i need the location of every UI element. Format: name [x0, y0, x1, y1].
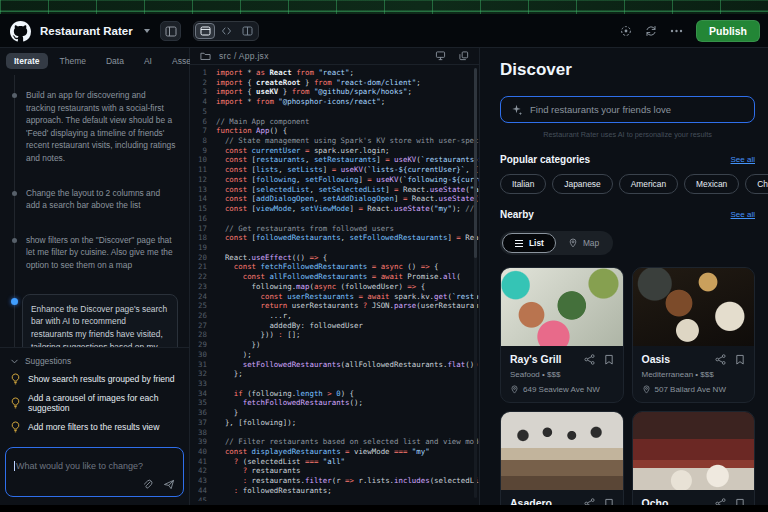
lightbulb-icon — [10, 421, 21, 433]
target-button[interactable] — [620, 25, 632, 37]
chat-input[interactable]: What would you like to change? — [5, 447, 184, 497]
category-chip-italian[interactable]: Italian — [500, 174, 546, 194]
suggestion-item[interactable]: Show search results grouped by friend — [10, 373, 179, 385]
active-prompt-item[interactable]: Enhance the Discover page's search bar w… — [0, 294, 181, 348]
line-content: // Main App component — [216, 117, 309, 127]
scrollbar-thumb[interactable] — [474, 68, 477, 258]
sidebar-toggle-button[interactable] — [160, 21, 181, 41]
code-icon — [221, 26, 232, 36]
code-line: 9 const currentUser = spark.user.login; — [190, 146, 479, 156]
code-line: 19 — [190, 243, 479, 253]
restaurant-card[interactable]: Ocho — [632, 411, 756, 505]
restaurant-photo — [633, 268, 755, 346]
bookmark-icon[interactable] — [735, 498, 745, 506]
bookmark-icon[interactable] — [735, 354, 745, 365]
code-editor-panel: src / App.jsx 1import * as React from "r… — [190, 48, 480, 505]
code-line: 34 if (following.length > 0) { — [190, 389, 479, 399]
prompt-history-item[interactable]: Build an app for discovering and trackin… — [0, 89, 181, 165]
restaurant-address: 507 Ballard Ave NW — [655, 385, 726, 394]
editor-scrollbar[interactable] — [474, 68, 477, 498]
line-content: const [lists, setLists] = useKV(`lists-$… — [216, 165, 479, 175]
category-chip-american[interactable]: American — [619, 174, 678, 194]
send-button[interactable] — [163, 479, 175, 490]
share-icon[interactable] — [715, 498, 726, 506]
prompt-history-item[interactable]: show filters on the "Discover" page that… — [0, 234, 181, 272]
line-content: // Filter restaurants based on selected … — [216, 437, 479, 447]
line-number: 33 — [190, 379, 207, 389]
code-line: 4import * from "@phosphor-icons/react"; — [190, 97, 479, 107]
suggestion-item[interactable]: Add a carousel of images for each sugges… — [10, 393, 179, 413]
location-pin-icon — [642, 385, 651, 394]
share-icon[interactable] — [584, 354, 595, 365]
iteration-sidebar: IterateThemeDataAIAssets Build an app fo… — [0, 48, 190, 505]
search-input[interactable]: Find restaurants your friends love — [500, 96, 755, 123]
bookmark-icon[interactable] — [604, 498, 614, 506]
line-content: }, [following]); — [216, 418, 296, 428]
restaurant-card[interactable]: Ray's Grill Seafood • $$$ 649 Seaview Av… — [500, 267, 624, 403]
category-chip-chinese[interactable]: Chinese — [745, 174, 768, 194]
chevron-down-icon[interactable] — [144, 29, 150, 33]
code-line: 32 }; — [190, 369, 479, 379]
active-request-card: Enhance the Discover page's search bar w… — [22, 294, 178, 348]
prompt-history-item[interactable]: Change the layout to 2 columns and add a… — [0, 187, 181, 212]
line-content: addedBy: followedUser — [216, 321, 363, 331]
sidebar-tab-data[interactable]: Data — [98, 53, 132, 69]
line-number: 22 — [190, 272, 207, 282]
line-number: 35 — [190, 398, 207, 408]
code-view-button[interactable] — [216, 23, 236, 39]
share-icon[interactable] — [715, 354, 726, 365]
attach-button[interactable] — [142, 479, 153, 490]
line-number: 5 — [190, 107, 207, 117]
preview-view-button[interactable] — [195, 23, 215, 39]
suggestions-header[interactable]: Suggestions — [10, 356, 179, 366]
code-line: 38 — [190, 428, 479, 438]
split-view-button[interactable] — [237, 23, 257, 39]
category-chip-mexican[interactable]: Mexican — [684, 174, 739, 194]
line-content: React.useEffect(() => { — [216, 253, 327, 263]
refresh-button[interactable] — [645, 25, 657, 37]
line-number: 34 — [190, 389, 207, 399]
more-options-button[interactable] — [670, 29, 683, 33]
line-number: 8 — [190, 136, 207, 146]
github-logo-icon[interactable] — [10, 21, 31, 42]
line-content: // State management using Spark's KV sto… — [216, 136, 479, 146]
window-bottom-edge — [0, 505, 768, 512]
restaurant-card[interactable]: Oasis Mediterranean • $$$ 507 Ballard Av… — [632, 267, 756, 403]
code-line: 8 // State management using Spark's KV s… — [190, 136, 479, 146]
line-number: 21 — [190, 262, 207, 272]
line-content: ); — [216, 350, 252, 360]
sidebar-tab-iterate[interactable]: Iterate — [6, 53, 48, 69]
download-code-button[interactable] — [435, 51, 446, 61]
code-area[interactable]: 1import * as React from "react";2import … — [190, 65, 479, 501]
sidebar-tab-theme[interactable]: Theme — [52, 53, 94, 69]
category-chip-japanese[interactable]: Japanese — [552, 174, 612, 194]
line-number: 18 — [190, 233, 207, 243]
line-number: 7 — [190, 126, 207, 136]
line-number: 44 — [190, 486, 207, 496]
code-line: 29 }) — [190, 340, 479, 350]
see-all-categories-link[interactable]: See all — [731, 155, 755, 164]
sparkle-icon — [511, 104, 522, 115]
list-view-button[interactable]: List — [502, 233, 556, 253]
map-view-button[interactable]: Map — [556, 233, 611, 253]
suggestion-item[interactable]: Add more filters to the results view — [10, 421, 179, 433]
send-icon — [163, 479, 175, 490]
sidebar-tab-ai[interactable]: AI — [136, 53, 160, 69]
bookmark-icon[interactable] — [604, 354, 614, 365]
line-content: // Get restaurants from followed users — [216, 224, 394, 234]
share-icon[interactable] — [584, 498, 595, 506]
line-content: const [restaurants, setRestaurants] = us… — [216, 155, 479, 165]
code-line: 23 following.map(async (followedUser) =>… — [190, 282, 479, 292]
code-line: 10 const [restaurants, setRestaurants] =… — [190, 155, 479, 165]
publish-button[interactable]: Publish — [696, 20, 760, 42]
file-path[interactable]: src / App.jsx — [219, 51, 269, 61]
line-number: 38 — [190, 428, 207, 438]
line-content: const fetchFollowedRestaurants = async (… — [216, 262, 439, 272]
app-title[interactable]: Restaurant Rater — [40, 25, 133, 37]
code-line: 17 // Get restaurants from followed user… — [190, 224, 479, 234]
see-all-nearby-link[interactable]: See all — [731, 210, 755, 219]
code-line: 16 — [190, 214, 479, 224]
code-line: 28 })) : []; — [190, 330, 479, 340]
copy-code-button[interactable] — [459, 51, 469, 61]
restaurant-card[interactable]: Asadero — [500, 411, 624, 505]
